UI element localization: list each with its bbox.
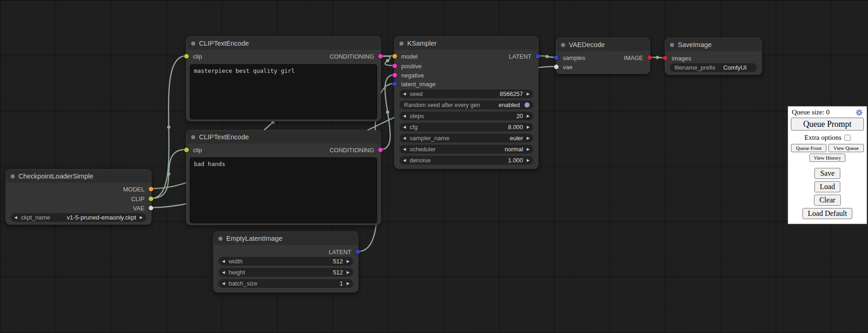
input-dot-clip[interactable] bbox=[184, 54, 189, 59]
input-label-images: images bbox=[672, 55, 691, 62]
increment-arrow-icon[interactable]: ▶ bbox=[140, 216, 143, 220]
extra-options-checkbox[interactable] bbox=[844, 135, 850, 141]
node-collapse-dot-icon[interactable] bbox=[670, 43, 674, 47]
increment-arrow-icon[interactable]: ▶ bbox=[347, 282, 350, 285]
widget-value: v1-5-pruned-emaonly.ckpt bbox=[67, 214, 136, 221]
decrement-arrow-icon[interactable]: ◀ bbox=[403, 92, 406, 96]
decrement-arrow-icon[interactable]: ◀ bbox=[222, 271, 225, 274]
input-slot-positive: positive bbox=[395, 62, 422, 70]
node-collapse-dot-icon[interactable] bbox=[399, 42, 404, 46]
widget-name: steps bbox=[410, 113, 516, 119]
decrement-arrow-icon[interactable]: ◀ bbox=[403, 137, 406, 140]
node-collapse-dot-icon[interactable] bbox=[191, 135, 195, 139]
queue-front-button[interactable]: Queue Front bbox=[791, 144, 826, 152]
node-title-bar[interactable]: KSampler bbox=[395, 37, 538, 50]
decrement-arrow-icon[interactable]: ◀ bbox=[14, 216, 17, 220]
prompt-textarea[interactable]: bad hands bbox=[190, 157, 377, 223]
node-ksampler[interactable]: KSampler model LATENT positive negative … bbox=[394, 36, 538, 169]
increment-arrow-icon[interactable]: ▶ bbox=[527, 125, 530, 129]
widget-scheduler[interactable]: ◀ scheduler normal ▶ bbox=[399, 145, 533, 154]
output-dot-conditioning[interactable] bbox=[378, 54, 383, 59]
input-dot-model[interactable] bbox=[392, 54, 397, 59]
widget-ckpt-name[interactable]: ◀ ckpt_name v1-5-pruned-emaonly.ckpt ▶ bbox=[11, 213, 146, 222]
widget-random-seed-toggle[interactable]: Random seed after every gen enabled bbox=[399, 101, 533, 109]
output-dot-image[interactable] bbox=[647, 55, 652, 60]
input-dot-latent-image[interactable] bbox=[392, 82, 397, 86]
increment-arrow-icon[interactable]: ▶ bbox=[347, 260, 350, 263]
settings-gear-icon[interactable] bbox=[856, 109, 863, 116]
widget-height[interactable]: ◀ height 512 ▶ bbox=[218, 268, 353, 277]
input-dot-samples[interactable] bbox=[554, 55, 559, 60]
input-dot-images[interactable] bbox=[663, 56, 668, 60]
widget-seed[interactable]: ◀ seed 8566257 ▶ bbox=[399, 89, 533, 98]
load-default-button[interactable]: Load Default bbox=[802, 208, 853, 219]
increment-arrow-icon[interactable]: ▶ bbox=[527, 137, 530, 140]
node-collapse-dot-icon[interactable] bbox=[191, 42, 195, 46]
load-button[interactable]: Load bbox=[814, 181, 841, 192]
output-dot-latent[interactable] bbox=[356, 250, 360, 254]
node-title: EmptyLatentImage bbox=[226, 235, 283, 242]
save-button[interactable]: Save bbox=[814, 168, 840, 179]
node-title-bar[interactable]: VAEDecode bbox=[556, 38, 650, 51]
output-dot-vae[interactable] bbox=[149, 206, 153, 210]
toggle-indicator-icon[interactable] bbox=[524, 102, 530, 107]
node-title-bar[interactable]: EmptyLatentImage bbox=[214, 232, 358, 245]
output-label-conditioning: CONDITIONING bbox=[330, 53, 374, 60]
increment-arrow-icon[interactable]: ▶ bbox=[527, 114, 530, 118]
node-title-bar[interactable]: CLIPTextEncode bbox=[187, 131, 380, 143]
input-dot-negative[interactable] bbox=[392, 73, 397, 77]
output-dot-conditioning[interactable] bbox=[378, 148, 383, 152]
widget-cfg[interactable]: ◀ cfg 8.000 ▶ bbox=[399, 123, 533, 131]
decrement-arrow-icon[interactable]: ◀ bbox=[403, 114, 406, 118]
widget-batch-size[interactable]: ◀ batch_size 1 ▶ bbox=[218, 279, 353, 288]
node-collapse-dot-icon[interactable] bbox=[11, 174, 15, 178]
output-dot-clip[interactable] bbox=[149, 196, 153, 201]
widget-value: 1 bbox=[340, 280, 343, 287]
graph-canvas[interactable]: CheckpointLoaderSimple MODEL CLIP VAE ◀ … bbox=[0, 0, 868, 333]
input-dot-positive[interactable] bbox=[392, 64, 397, 68]
widget-steps[interactable]: ◀ steps 20 ▶ bbox=[399, 112, 533, 120]
view-queue-button[interactable]: View Queue bbox=[828, 144, 864, 152]
widget-sampler-name[interactable]: ◀ sampler_name euler ▶ bbox=[399, 134, 533, 143]
view-history-button[interactable]: View History bbox=[809, 154, 845, 162]
prompt-textarea[interactable]: masterpiece best quality girl bbox=[190, 64, 377, 119]
widget-width[interactable]: ◀ width 512 ▶ bbox=[218, 257, 353, 266]
output-label-model: MODEL bbox=[123, 186, 145, 193]
queue-prompt-button[interactable]: Queue Prompt bbox=[791, 118, 864, 131]
node-checkpoint-loader-simple[interactable]: CheckpointLoaderSimple MODEL CLIP VAE ◀ … bbox=[6, 169, 151, 225]
output-label-latent: LATENT bbox=[329, 249, 351, 256]
decrement-arrow-icon[interactable]: ◀ bbox=[403, 125, 406, 129]
output-dot-latent[interactable] bbox=[536, 54, 540, 59]
output-slot-latent: LATENT bbox=[329, 248, 358, 256]
increment-arrow-icon[interactable]: ▶ bbox=[527, 148, 530, 151]
decrement-arrow-icon[interactable]: ◀ bbox=[403, 159, 406, 162]
link-midpoint-dot bbox=[167, 125, 170, 129]
increment-arrow-icon[interactable]: ▶ bbox=[527, 159, 530, 162]
node-collapse-dot-icon[interactable] bbox=[561, 43, 565, 47]
decrement-arrow-icon[interactable]: ◀ bbox=[403, 148, 406, 151]
widget-name: filename_prefix bbox=[675, 64, 723, 71]
node-empty-latent-image[interactable]: EmptyLatentImage LATENT ◀ width 512 ▶ ◀ … bbox=[213, 232, 358, 292]
input-dot-clip[interactable] bbox=[184, 148, 189, 152]
node-title-bar[interactable]: CheckpointLoaderSimple bbox=[6, 170, 151, 183]
node-clip-text-encode-positive[interactable]: CLIPTextEncode clip CONDITIONING masterp… bbox=[186, 36, 381, 121]
increment-arrow-icon[interactable]: ▶ bbox=[527, 92, 530, 96]
comfy-menu-panel: Queue size: 0 Queue Prompt Extra options bbox=[788, 106, 867, 224]
input-dot-vae[interactable] bbox=[554, 65, 559, 69]
node-title: CheckpointLoaderSimple bbox=[18, 172, 93, 180]
decrement-arrow-icon[interactable]: ◀ bbox=[222, 282, 225, 285]
node-clip-text-encode-negative[interactable]: CLIPTextEncode clip CONDITIONING bad han… bbox=[186, 130, 381, 225]
output-dot-model[interactable] bbox=[149, 187, 153, 191]
decrement-arrow-icon[interactable]: ◀ bbox=[222, 260, 225, 263]
node-title: KSampler bbox=[407, 40, 437, 47]
node-collapse-dot-icon[interactable] bbox=[218, 237, 223, 241]
clear-button[interactable]: Clear bbox=[814, 195, 841, 206]
input-slot-clip: clip bbox=[187, 52, 202, 60]
node-title-bar[interactable]: CLIPTextEncode bbox=[187, 37, 380, 50]
widget-denoise[interactable]: ◀ denoise 1.000 ▶ bbox=[399, 156, 533, 165]
node-save-image[interactable]: SaveImage images filename_prefix ComfyUI bbox=[665, 38, 762, 75]
widget-filename-prefix[interactable]: filename_prefix ComfyUI bbox=[670, 63, 757, 72]
node-vae-decode[interactable]: VAEDecode samples IMAGE vae bbox=[556, 38, 650, 74]
node-title-bar[interactable]: SaveImage bbox=[665, 38, 761, 51]
increment-arrow-icon[interactable]: ▶ bbox=[347, 271, 350, 274]
